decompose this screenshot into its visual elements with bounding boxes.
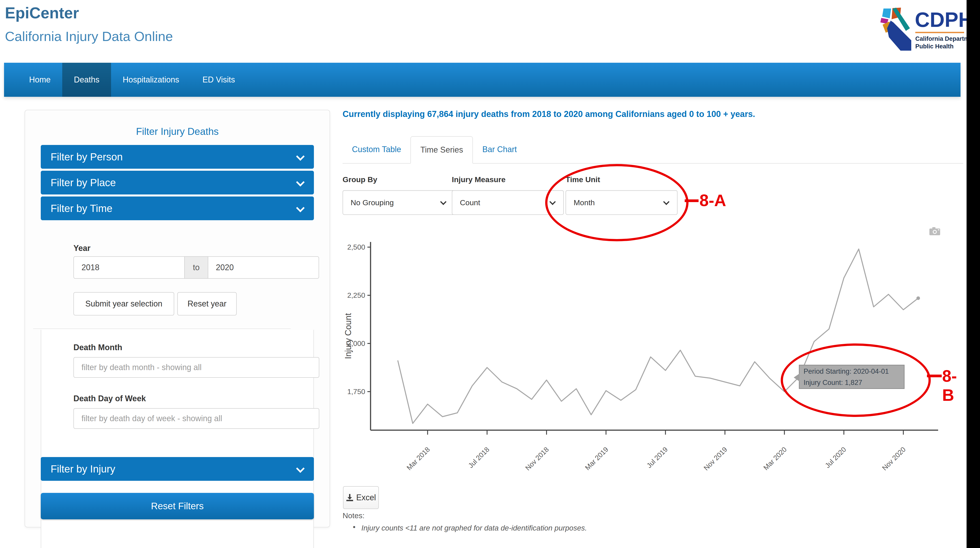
svg-text:Nov 2018: Nov 2018: [524, 445, 550, 472]
year-to-input[interactable]: [208, 256, 319, 279]
accordion-filter-by-injury[interactable]: Filter by Injury: [41, 457, 314, 481]
accordion-label: Filter by Person: [51, 151, 123, 163]
group-by-value: No Grouping: [351, 198, 394, 207]
injury-measure-label: Injury Measure: [452, 175, 564, 184]
accordion-label: Filter by Time: [51, 202, 112, 214]
year-from-input[interactable]: [73, 256, 185, 279]
group-by-control: Group By No Grouping: [342, 175, 455, 215]
app-subtitle: California Injury Data Online: [5, 29, 173, 44]
tab-custom-table[interactable]: Custom Table: [342, 136, 410, 162]
camera-icon[interactable]: [929, 227, 940, 236]
cdph-acronym: CDPH: [915, 8, 967, 31]
excel-download-button[interactable]: Excel: [343, 486, 379, 509]
injury-measure-value: Count: [460, 198, 480, 207]
year-label: Year: [73, 244, 91, 253]
group-by-select[interactable]: No Grouping: [342, 190, 455, 215]
annotation-label-8a: 8-A: [700, 191, 726, 210]
nav-item-deaths[interactable]: Deaths: [62, 63, 111, 97]
svg-text:2,500: 2,500: [347, 243, 365, 251]
chevron-down-icon: [296, 204, 304, 212]
accordion-label: Filter by Injury: [51, 463, 115, 475]
group-by-label: Group By: [342, 175, 455, 184]
death-day-input[interactable]: [73, 408, 319, 429]
accordion-filter-by-person[interactable]: Filter by Person: [41, 145, 314, 169]
svg-text:Nov 2020: Nov 2020: [881, 445, 907, 472]
year-to-label: to: [184, 256, 208, 279]
app-title: EpiCenter: [5, 4, 79, 22]
notes-label: Notes:: [342, 511, 364, 520]
chevron-down-icon: [296, 465, 304, 473]
nav-item-ed-visits[interactable]: ED Visits: [191, 63, 247, 97]
cdph-line1: California Department of: [915, 35, 967, 42]
accordion-label: Filter by Place: [51, 177, 116, 189]
svg-text:Mar 2019: Mar 2019: [584, 445, 610, 472]
annotation-line-8b: [927, 374, 942, 377]
death-month-label: Death Month: [73, 343, 122, 352]
svg-text:Mar 2020: Mar 2020: [762, 445, 788, 472]
death-month-input[interactable]: [73, 357, 319, 378]
accordion-filter-by-time[interactable]: Filter by Time: [41, 196, 314, 220]
nav-item-hospitalizations[interactable]: Hospitalizations: [111, 63, 191, 97]
tab-bar-chart[interactable]: Bar Chart: [473, 136, 526, 162]
svg-text:1,750: 1,750: [347, 387, 365, 396]
svg-text:Mar 2018: Mar 2018: [405, 445, 431, 472]
download-icon: [346, 494, 353, 502]
accordion-filter-by-place[interactable]: Filter by Place: [41, 171, 314, 194]
chevron-down-icon: [296, 179, 304, 186]
nav-item-home[interactable]: Home: [18, 63, 62, 97]
tab-time-series[interactable]: Time Series: [410, 136, 473, 164]
note-item: Injury counts <11 are not graphed for da…: [361, 524, 587, 532]
navbar: Home Deaths Hospitalizations ED Visits: [4, 63, 961, 97]
note-bullet: •: [353, 523, 356, 531]
reset-year-button[interactable]: Reset year: [177, 292, 237, 315]
annotation-line-8a: [685, 199, 698, 202]
svg-text:Jul 2018: Jul 2018: [467, 445, 491, 470]
cdph-logo: CDPH California Department of Public Hea…: [880, 7, 967, 54]
annotation-label-8b: 8-B: [942, 366, 967, 405]
screen-edge-black-strip: [967, 0, 980, 548]
chevron-down-icon: [441, 200, 447, 206]
reset-filters-button[interactable]: Reset Filters: [41, 493, 314, 519]
svg-text:Injury Count: Injury Count: [344, 313, 353, 359]
excel-label: Excel: [356, 493, 376, 502]
annotation-circle-8a: [545, 164, 689, 241]
filter-panel-title: Filter Injury Deaths: [25, 126, 329, 137]
submit-year-button[interactable]: Submit year selection: [73, 292, 174, 315]
cdph-underline: [915, 32, 964, 33]
chevron-down-icon: [296, 153, 304, 161]
svg-text:Jul 2020: Jul 2020: [824, 445, 848, 470]
tab-bar: Custom Table Time Series Bar Chart: [342, 136, 963, 164]
svg-text:Nov 2019: Nov 2019: [702, 445, 729, 472]
cdph-line2: Public Health: [915, 43, 954, 50]
status-text: Currently displaying 67,864 injury death…: [342, 109, 961, 119]
annotation-circle-8b: [781, 344, 931, 417]
death-day-label: Death Day of Week: [73, 394, 146, 403]
california-shape-icon: [880, 8, 911, 51]
filter-panel: Filter Injury Deaths Filter by Person Fi…: [25, 110, 330, 527]
page: EpiCenter California Injury Data Online …: [0, 0, 967, 548]
svg-text:2,250: 2,250: [347, 291, 365, 299]
svg-text:Jul 2019: Jul 2019: [645, 445, 670, 470]
divider: [33, 328, 291, 329]
